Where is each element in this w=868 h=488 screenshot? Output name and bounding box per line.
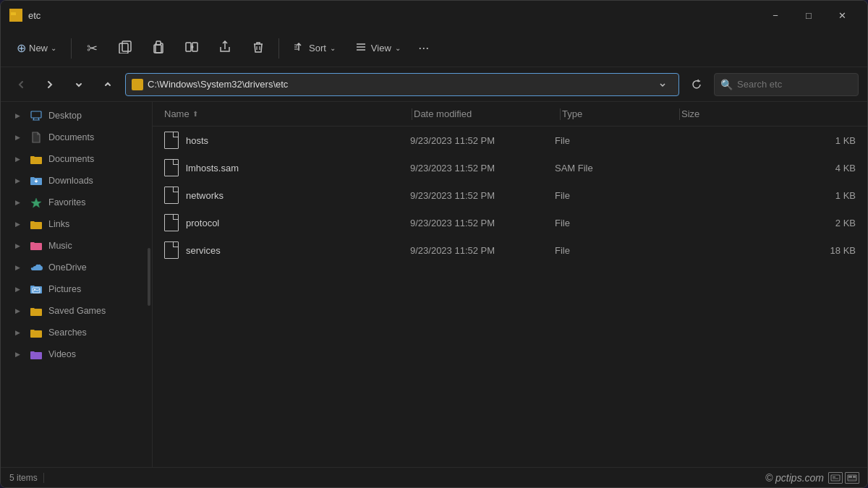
sidebar-item-pictures[interactable]: ▶ Pictures [4,278,149,300]
svg-rect-13 [833,476,835,478]
file-size-0: 1 KB [671,135,856,146]
title-bar: etc − □ ✕ [1,1,867,30]
view-button[interactable]: View ⌄ [346,35,409,61]
cut-icon: ✂ [87,40,98,56]
file-date-0: 9/23/2023 11:52 PM [410,135,555,146]
delete-button[interactable] [242,33,274,64]
share-button[interactable] [209,33,241,64]
col-divider-2 [560,108,561,120]
sidebar-item-desktop[interactable]: ▶ Desktop [4,105,149,127]
table-row[interactable]: networks 9/23/2023 11:52 PM File 1 KB [153,181,867,209]
sort-button[interactable]: Sort ⌄ [284,35,344,61]
recent-locations-button[interactable] [67,73,90,96]
file-icon-0 [164,132,179,149]
more-icon: ··· [418,40,429,56]
file-type-3: File [555,218,671,228]
forward-button[interactable] [38,73,61,96]
back-button[interactable] [9,73,33,96]
wm-icon-2 [845,472,859,484]
move-button[interactable] [176,33,208,64]
new-plus-icon: ⊕ [17,41,26,55]
sidebar-label-onedrive: OneDrive [48,262,143,273]
watermark: © pctips.com [765,472,859,484]
window-title: etc [28,10,759,21]
sidebar-item-documents-dark[interactable]: ▶ Documents [4,127,149,148]
address-bar[interactable] [125,73,679,96]
address-dropdown-button[interactable] [652,74,673,95]
table-row[interactable]: protocol 9/23/2023 11:52 PM File 2 KB [153,209,867,236]
file-icon-3 [164,214,179,231]
saved-games-icon [30,304,43,317]
column-header-name[interactable]: Name ⬆ [164,108,410,119]
favorites-icon [30,196,43,209]
sidebar-item-music[interactable]: ▶ Music [4,235,149,257]
sidebar-item-documents[interactable]: ▶ Documents [4,148,149,170]
sidebar-item-links[interactable]: ▶ Links [4,213,149,235]
sidebar-chevron-favorites: ▶ [15,199,24,206]
status-divider [43,473,44,483]
sidebar-label-favorites: Favorites [48,197,143,207]
search-input[interactable] [737,79,859,90]
minimize-button[interactable]: − [759,4,792,27]
sidebar-chevron-videos: ▶ [15,351,24,358]
sidebar-item-videos[interactable]: ▶ Videos [4,343,149,365]
file-name-3: protocol [186,218,410,228]
paste-button[interactable] [142,33,174,64]
sidebar-label-pictures: Pictures [48,284,143,294]
item-count: 5 items [9,473,38,483]
column-header-type[interactable]: Type [562,108,678,119]
up-button[interactable] [96,73,119,96]
sidebar-item-saved-games[interactable]: ▶ Saved Games [4,300,149,322]
table-row[interactable]: lmhosts.sam 9/23/2023 11:52 PM SAM File … [153,154,867,181]
pictures-icon [30,283,43,296]
cut-button[interactable]: ✂ [76,33,108,64]
delete-icon [252,40,265,56]
svg-rect-12 [831,475,840,481]
file-date-4: 9/23/2023 11:52 PM [410,245,555,256]
sort-arrow-icon: ⬆ [192,110,198,118]
copy-icon [119,40,132,56]
address-input[interactable] [148,79,648,90]
col-divider-1 [412,108,412,120]
column-header-date[interactable]: Date modified [414,108,558,119]
table-row[interactable]: services 9/23/2023 11:52 PM File 18 KB [153,236,867,264]
toolbar-separator-1 [71,38,72,59]
new-button[interactable]: ⊕ New ⌄ [7,33,67,64]
svg-rect-17 [853,476,856,478]
column-header-size[interactable]: Size [681,108,856,119]
file-size-2: 1 KB [671,190,856,201]
wm-icon-1 [828,472,843,484]
sidebar: ▶ Desktop ▶ Documents [1,102,153,467]
file-name-2: networks [186,190,410,201]
sidebar-item-downloads[interactable]: ▶ Downloads [4,170,149,192]
sidebar-chevron-onedrive: ▶ [15,264,24,271]
maximize-button[interactable]: □ [792,4,825,27]
table-row[interactable]: hosts 9/23/2023 11:52 PM File 1 KB [153,127,867,154]
file-size-4: 18 KB [671,245,856,256]
sidebar-chevron-pictures: ▶ [15,286,24,293]
sidebar-label-documents: Documents [48,154,143,164]
file-date-3: 9/23/2023 11:52 PM [410,218,555,228]
refresh-button[interactable] [685,73,708,96]
file-type-1: SAM File [555,163,671,174]
close-button[interactable]: ✕ [825,4,859,27]
sidebar-item-onedrive[interactable]: ▶ OneDrive [4,257,149,278]
search-icon: 🔍 [720,79,733,90]
sidebar-chevron-desktop: ▶ [15,112,24,119]
file-date-1: 9/23/2023 11:52 PM [410,163,555,174]
sidebar-scrollbar [148,248,150,306]
window-controls: − □ ✕ [759,4,859,27]
move-icon [185,40,198,56]
view-label: View [371,43,391,53]
file-name-0: hosts [186,135,410,146]
paste-icon [152,40,165,56]
sort-chevron-icon: ⌄ [330,44,336,52]
sidebar-item-searches[interactable]: ▶ Searches [4,322,149,343]
sidebar-label-downloads: Downloads [48,176,143,186]
sidebar-item-favorites[interactable]: ▶ Favorites [4,192,149,213]
sidebar-chevron-downloads: ▶ [15,177,24,184]
sort-icon [292,40,305,56]
svg-rect-2 [122,41,131,51]
more-options-button[interactable]: ··· [411,35,437,61]
copy-button[interactable] [109,33,141,64]
